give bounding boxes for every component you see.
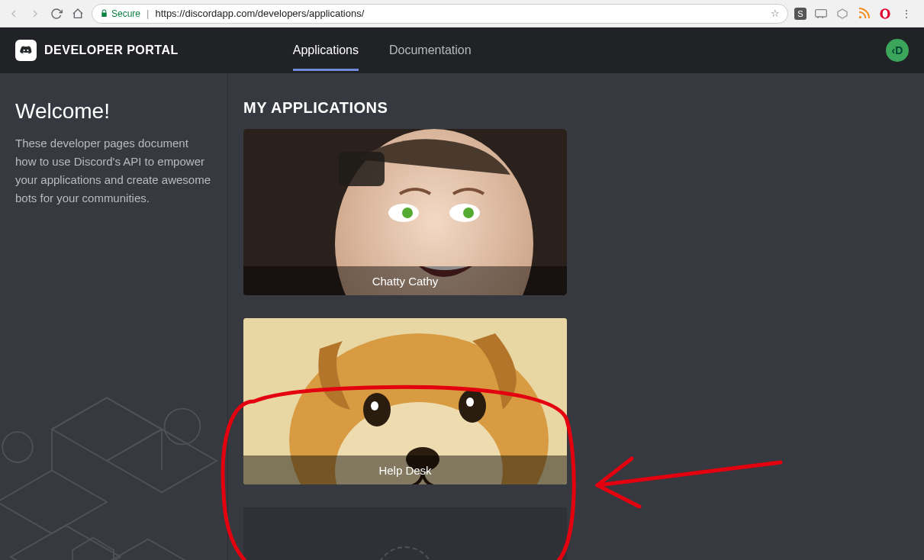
avatar[interactable]: ‹D <box>886 39 909 62</box>
app-card-chatty-cathy[interactable]: Chatty Cathy <box>243 129 567 295</box>
secure-badge: Secure <box>100 8 140 19</box>
page-heading: MY APPLICATIONS <box>243 99 909 117</box>
header-nav: Applications Documentation <box>293 30 472 71</box>
app-card-label: Help Desk <box>243 455 567 484</box>
back-button[interactable] <box>6 6 21 21</box>
svg-point-19 <box>459 389 486 423</box>
browser-toolbar: Secure | https://discordapp.com/develope… <box>0 0 924 27</box>
svg-point-3 <box>883 9 888 18</box>
ext-icon-1[interactable]: S <box>794 8 806 20</box>
home-button[interactable] <box>70 6 85 21</box>
lock-icon <box>100 9 108 18</box>
svg-point-7 <box>165 409 201 445</box>
app-header: DEVELOPER PORTAL Applications Documentat… <box>0 27 924 73</box>
main-content: MY APPLICATIONS <box>227 73 924 560</box>
brand[interactable]: DEVELOPER PORTAL <box>15 40 179 61</box>
opera-icon[interactable] <box>878 7 892 21</box>
plus-icon: ＋ <box>375 546 435 560</box>
app-card-label: Chatty Cathy <box>243 266 567 295</box>
svg-point-20 <box>371 401 378 410</box>
ext-icon-2[interactable] <box>814 7 828 21</box>
star-icon[interactable]: ☆ <box>771 8 780 19</box>
svg-point-6 <box>2 432 33 462</box>
menu-icon[interactable]: ⋮ <box>900 7 913 21</box>
discord-logo-icon <box>15 40 37 61</box>
welcome-body: These developer pages document how to us… <box>15 134 212 208</box>
secure-text: Secure <box>111 8 140 19</box>
avatar-initials: ‹D <box>892 44 903 56</box>
nav-applications[interactable]: Applications <box>293 30 359 71</box>
svg-point-1 <box>859 16 861 18</box>
app-card-help-desk[interactable]: Help Desk <box>243 318 567 484</box>
svg-rect-0 <box>816 9 827 16</box>
svg-point-4 <box>24 50 25 51</box>
sidebar: Welcome! These developer pages document … <box>0 73 227 560</box>
forward-button[interactable] <box>27 6 43 21</box>
ext-icon-3[interactable] <box>835 7 849 21</box>
svg-point-18 <box>363 393 391 426</box>
decorative-isometric-art <box>0 316 244 560</box>
welcome-title: Welcome! <box>15 99 212 124</box>
nav-documentation[interactable]: Documentation <box>389 30 472 71</box>
address-bar[interactable]: Secure | https://discordapp.com/develope… <box>92 4 788 24</box>
extensions-tray: S ⋮ <box>794 7 918 21</box>
svg-rect-14 <box>339 152 385 186</box>
svg-point-12 <box>402 208 413 218</box>
svg-point-5 <box>27 50 28 51</box>
reload-button[interactable] <box>49 6 64 21</box>
create-card-body: ＋ <box>243 507 567 560</box>
svg-point-13 <box>463 208 474 218</box>
rss-icon[interactable] <box>857 7 871 21</box>
create-application-card[interactable]: ＋ Create an application <box>243 507 567 560</box>
url-text: https://discordapp.com/developers/applic… <box>155 8 364 19</box>
svg-point-21 <box>466 397 474 407</box>
brand-text: DEVELOPER PORTAL <box>44 43 179 57</box>
applications-grid: Chatty Cathy <box>243 129 909 560</box>
